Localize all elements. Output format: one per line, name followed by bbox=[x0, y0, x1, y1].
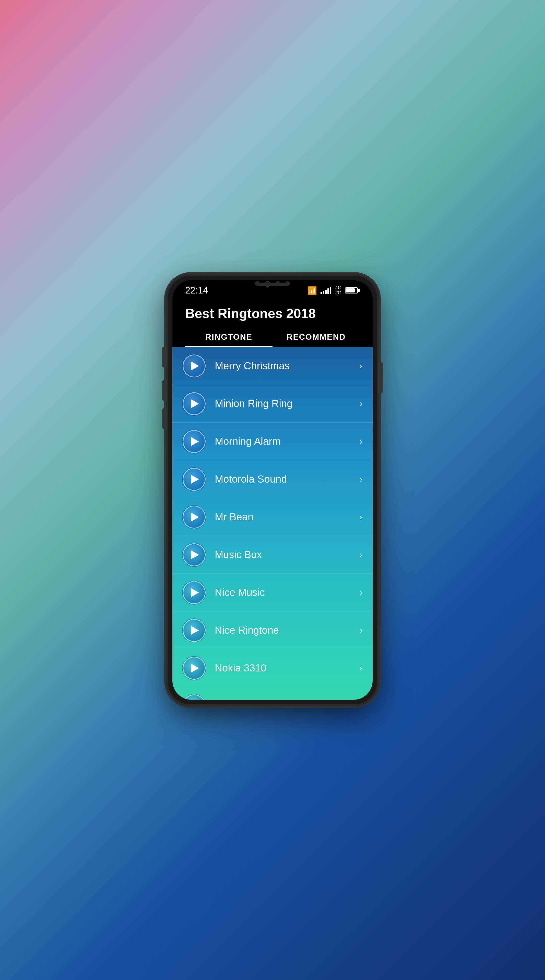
chevron-right-icon: › bbox=[359, 361, 362, 371]
play-button[interactable] bbox=[183, 355, 206, 377]
ringtone-name: Nice Music bbox=[215, 587, 359, 598]
signal-bars bbox=[320, 287, 331, 294]
phone-screen: 22:14 📶 4G2G bbox=[172, 280, 373, 700]
play-icon bbox=[191, 437, 199, 446]
chevron-right-icon: › bbox=[359, 436, 362, 447]
list-item[interactable]: Morning Alarm › bbox=[172, 423, 373, 460]
list-item[interactable]: Minion Ring Ring › bbox=[172, 385, 373, 423]
play-icon bbox=[191, 588, 199, 597]
tab-recommend[interactable]: RECOMMEND bbox=[272, 327, 360, 347]
play-button[interactable] bbox=[183, 430, 206, 453]
play-button[interactable] bbox=[183, 619, 206, 642]
ringtone-name: Minion Ring Ring bbox=[215, 398, 359, 409]
app-title: Best Ringtones 2018 bbox=[185, 306, 360, 321]
play-button[interactable] bbox=[183, 694, 206, 700]
phone-speaker bbox=[257, 283, 288, 286]
list-item[interactable]: Nice Ringtone › bbox=[172, 611, 373, 649]
list-item[interactable]: Nice Music › bbox=[172, 574, 373, 611]
ringtone-name: Morning Alarm bbox=[215, 436, 359, 447]
play-icon bbox=[191, 475, 199, 484]
list-item[interactable]: Music Box › bbox=[172, 536, 373, 574]
tab-ringtone[interactable]: RINGTONE bbox=[185, 327, 272, 347]
ringtone-list: Merry Christmas › Minion Ring Ring › bbox=[172, 347, 373, 700]
chevron-right-icon: › bbox=[359, 474, 362, 485]
play-icon bbox=[191, 512, 199, 522]
list-item[interactable]: Mr Bean › bbox=[172, 498, 373, 536]
list-item[interactable]: Motorola Sound › bbox=[172, 460, 373, 498]
chevron-right-icon: › bbox=[359, 587, 362, 598]
play-icon bbox=[191, 626, 199, 635]
battery-body bbox=[345, 287, 358, 293]
signal-bar-1 bbox=[320, 292, 322, 294]
play-icon bbox=[191, 663, 199, 673]
phone-frame: 22:14 📶 4G2G bbox=[168, 275, 377, 704]
ringtone-name: Merry Christmas bbox=[215, 360, 359, 372]
list-item[interactable]: Merry Christmas › bbox=[172, 347, 373, 385]
signal-bar-2 bbox=[323, 291, 324, 294]
network-label: 4G2G bbox=[335, 285, 341, 296]
wifi-icon: 📶 bbox=[308, 286, 317, 295]
play-button[interactable] bbox=[183, 543, 206, 566]
chevron-right-icon: › bbox=[359, 549, 362, 560]
play-button[interactable] bbox=[183, 581, 206, 604]
chevron-right-icon: › bbox=[359, 398, 362, 409]
phone-wrapper: 22:14 📶 4G2G bbox=[168, 275, 377, 704]
status-icons: 📶 4G2G bbox=[308, 285, 360, 296]
screen-content: 22:14 📶 4G2G bbox=[172, 280, 373, 700]
signal-bar-3 bbox=[325, 290, 327, 294]
battery-tip bbox=[358, 289, 360, 292]
ringtone-name: Music Box bbox=[215, 549, 359, 560]
ringtone-name: Motorola Sound bbox=[215, 473, 359, 485]
app-header: Best Ringtones 2018 RINGTONE RECOMMEND bbox=[172, 301, 373, 347]
play-button[interactable] bbox=[183, 657, 206, 679]
tabs-bar: RINGTONE RECOMMEND bbox=[185, 327, 360, 347]
play-icon bbox=[191, 550, 199, 559]
ringtone-name: Mr Bean bbox=[215, 511, 359, 523]
ringtone-name: Nice Ringtone bbox=[215, 625, 359, 636]
ringtone-name: Nokia 3310 bbox=[215, 662, 359, 674]
chevron-right-icon: › bbox=[359, 663, 362, 673]
status-time: 22:14 bbox=[185, 285, 208, 296]
play-button[interactable] bbox=[183, 392, 206, 415]
chevron-right-icon: › bbox=[359, 512, 362, 522]
play-icon bbox=[191, 399, 199, 408]
play-icon bbox=[191, 361, 199, 371]
chevron-right-icon: › bbox=[359, 625, 362, 636]
list-item[interactable]: Nokia 3310 › bbox=[172, 649, 373, 687]
battery-fill bbox=[346, 288, 355, 293]
play-button[interactable] bbox=[183, 506, 206, 528]
list-item[interactable]: Nokia Phone › bbox=[172, 687, 373, 700]
play-button[interactable] bbox=[183, 468, 206, 491]
signal-bar-4 bbox=[327, 288, 329, 294]
signal-bar-5 bbox=[330, 287, 331, 294]
battery-icon bbox=[345, 287, 360, 293]
